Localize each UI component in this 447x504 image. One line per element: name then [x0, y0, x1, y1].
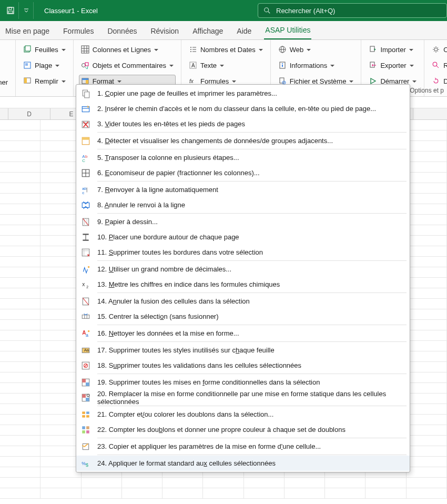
objets-commentaires-button[interactable]: Objets et Commentaires: [79, 59, 176, 72]
svg-text:fx: fx: [189, 78, 194, 84]
menu-item-2[interactable]: 2. Insérer le chemin d'accès et le nom d…: [76, 101, 410, 116]
plage-button[interactable]: Plage: [21, 59, 68, 72]
qat-customize[interactable]: [19, 2, 34, 19]
chevron-down-icon: [169, 62, 174, 69]
svg-rect-98: [86, 415, 89, 418]
search-icon: [432, 61, 440, 69]
tab-formules[interactable]: Formules: [62, 23, 95, 39]
menu-item-label: 19. Supprimer toutes les mises en forme …: [97, 378, 320, 386]
svg-point-16: [82, 64, 85, 67]
menu-item-18[interactable]: 18. Supprimer toutes les validations dan…: [76, 358, 410, 373]
menu-item-20[interactable]: 20. Remplacer la mise en forme condition…: [76, 390, 410, 405]
sheets-icon: [23, 45, 32, 54]
menu-item-label: 22. Compter les doublons et donner une p…: [97, 426, 346, 434]
menu-item-label: 16. Nettoyer les données et la mise en f…: [97, 329, 239, 337]
select-all-corner[interactable]: [0, 108, 8, 119]
menu-item-icon: [80, 264, 91, 275]
svg-rect-77: [82, 315, 89, 318]
menu-item-icon: Aa: [80, 345, 91, 356]
svg-line-87: [85, 364, 87, 367]
tab-donnees[interactable]: Données: [106, 23, 138, 39]
svg-point-34: [282, 63, 283, 64]
menu-item-13[interactable]: x213. Mettre les chiffres en indice dans…: [76, 277, 410, 292]
grid-row[interactable]: [0, 488, 447, 499]
menu-item-10[interactable]: 10. Placer une bordure autour de chaque …: [76, 229, 410, 245]
rechercher-button[interactable]: Rechercher et dé: [430, 59, 447, 72]
remplir-button[interactable]: Remplir: [21, 75, 68, 87]
menu-item-17[interactable]: Aa17. Supprimer toutes les styles inutil…: [76, 342, 410, 358]
format-dropdown-menu: 1. Copier une page de feuilles et imprim…: [76, 84, 410, 472]
menu-item-5[interactable]: AbC5. Transposer la colonne en plusieurs…: [76, 150, 410, 165]
menu-item-label: 20. Remplacer la mise en forme condition…: [97, 390, 404, 406]
menu-item-11[interactable]: 11. Supprimer toutes les bordures dans v…: [76, 245, 410, 260]
menu-item-label: 12. Utiliser un grand nombre de décimale…: [97, 265, 231, 273]
colonnes-lignes-button[interactable]: Colonnes et Lignes: [79, 43, 176, 56]
menu-item-8[interactable]: 8. Annuler le renvoi à la ligne: [76, 197, 410, 213]
demarrez-dernier-button[interactable]: Démarrez dernier: [430, 75, 447, 87]
menu-item-icon: Aa: [80, 328, 91, 339]
menu-item-7[interactable]: abc7. Renvoyer à la ligne automatiquemen…: [76, 182, 410, 197]
menu-item-21[interactable]: 21. Compter et/ou colorer les doublons d…: [76, 407, 410, 422]
search-box[interactable]: Rechercher (Alt+Q): [258, 3, 447, 18]
chevron-down-icon: [259, 46, 263, 54]
menu-item-3[interactable]: 3. Vider toutes les en-têtes et les pied…: [76, 116, 410, 132]
range-icon: [23, 61, 32, 69]
menu-item-icon: [80, 119, 91, 129]
grid-row[interactable]: [0, 478, 447, 488]
menu-item-12[interactable]: 12. Utiliser un grand nombre de décimale…: [76, 261, 410, 277]
ribbon-hint: Options et p: [410, 87, 444, 94]
svg-rect-11: [82, 46, 89, 53]
informations-button[interactable]: Informations: [276, 59, 356, 72]
svg-rect-101: [82, 430, 85, 434]
menu-item-15[interactable]: 15. Centrer la sélection (sans fusionner…: [76, 309, 410, 324]
menu-item-label: 1. Copier une page de feuilles et imprim…: [97, 89, 277, 97]
menu-item-label: 24. Appliquer le format standard aux cel…: [97, 459, 276, 467]
menu-item-19[interactable]: 19. Supprimer toutes les mises en forme …: [76, 375, 410, 390]
menu-item-label: 10. Placer une bordure autour de chaque …: [97, 233, 239, 241]
svg-rect-36: [280, 78, 284, 83]
menu-item-14[interactable]: 14. Annuler la fusion des cellules dans …: [76, 294, 410, 309]
svg-rect-97: [86, 411, 89, 414]
nombres-dates-button[interactable]: Nombres et Dates: [187, 43, 265, 56]
tab-aide[interactable]: Aide: [236, 23, 252, 39]
feuilles-button[interactable]: Feuilles: [21, 43, 68, 56]
menu-item-9[interactable]: 9. Papier à dessin...: [76, 214, 410, 229]
exporter-button[interactable]: Exporter: [367, 59, 419, 72]
redo-icon: [432, 77, 440, 85]
web-button[interactable]: Web: [276, 43, 356, 56]
chevron-down-icon: [410, 62, 414, 69]
menu-item-22[interactable]: 22. Compter les doublons et donner une p…: [76, 422, 410, 437]
menu-item-23[interactable]: 23. Copier et appliquer les paramètres d…: [76, 439, 410, 454]
svg-rect-10: [24, 78, 27, 83]
importer-button[interactable]: Importer: [367, 43, 419, 56]
svg-rect-2: [8, 11, 13, 13]
menu-item-icon: [80, 217, 91, 227]
svg-text:2: 2: [86, 285, 88, 288]
menu-item-6[interactable]: 6. Economiseur de papier (fractionner le…: [76, 165, 410, 180]
save-icon: [6, 6, 15, 15]
tab-revision[interactable]: Révision: [149, 23, 180, 39]
menu-item-icon: [80, 136, 91, 146]
tab-affichage[interactable]: Affichage: [191, 23, 224, 39]
menu-item-4[interactable]: 4. Détecter et visualiser les changement…: [76, 133, 410, 148]
tab-asap-utilities[interactable]: ASAP Utilities: [264, 22, 311, 39]
menu-item-24[interactable]: %$24. Appliquer le format standard aux c…: [76, 456, 410, 471]
objects-icon: [81, 61, 89, 69]
svg-text:%: %: [82, 461, 86, 466]
col-header[interactable]: D: [8, 108, 50, 119]
menu-item-label: 13. Mettre les chiffres en indice dans l…: [97, 280, 280, 288]
options-asap-button[interactable]: Options ASAP Uti: [430, 43, 447, 56]
save-button[interactable]: [2, 2, 19, 19]
partial-button[interactable]: ner: [1, 76, 10, 88]
menu-item-label: 17. Supprimer toutes les styles inutilis…: [97, 346, 275, 354]
chevron-down-icon: [62, 77, 66, 85]
texte-button[interactable]: A Texte: [187, 59, 265, 72]
menu-item-16[interactable]: Aa16. Nettoyer les données et la mise en…: [76, 326, 410, 341]
menu-item-label: 4. Détecter et visualiser les changement…: [97, 137, 333, 145]
fill-icon: [23, 77, 32, 85]
svg-rect-100: [86, 426, 89, 429]
menu-item-1[interactable]: 1. Copier une page de feuilles et imprim…: [76, 86, 410, 101]
menu-item-label: 2. Insérer le chemin d'accès et le nom d…: [97, 105, 376, 113]
svg-rect-99: [82, 426, 85, 429]
tab-mise-en-page[interactable]: Mise en page: [4, 23, 50, 39]
